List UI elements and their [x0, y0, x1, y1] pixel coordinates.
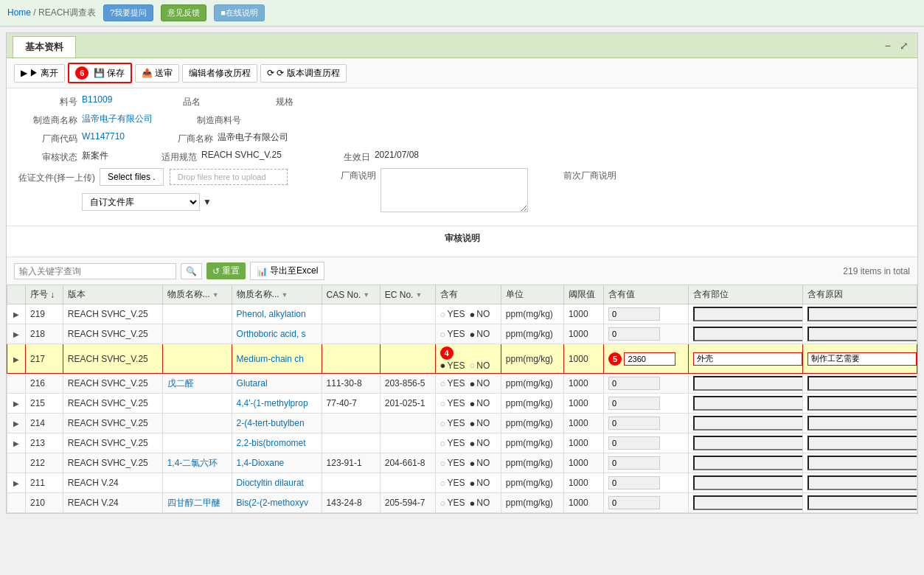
- contain-part-cell[interactable]: [689, 394, 803, 414]
- contain-reason-cell[interactable]: [803, 453, 917, 473]
- radio-no[interactable]: ●: [469, 309, 475, 320]
- expand-btn[interactable]: ▶: [12, 355, 21, 363]
- col-substance-cn[interactable]: 物质名称... ▼: [162, 285, 232, 304]
- tab-basic-info[interactable]: 基本资料: [13, 36, 76, 58]
- contain-reason-cell[interactable]: [803, 493, 917, 513]
- contain-part-input[interactable]: [693, 327, 802, 341]
- contain-part-input[interactable]: [693, 456, 802, 470]
- radio-no[interactable]: ●: [469, 418, 475, 429]
- yes-no-selector[interactable]: ○YES ●NO: [440, 438, 496, 449]
- col-substance-en[interactable]: 物质名称... ▼: [232, 285, 322, 304]
- ask-question-btn[interactable]: ?我要提问: [103, 4, 153, 21]
- vendor-note-textarea[interactable]: [381, 168, 528, 212]
- contain-reason-input[interactable]: [807, 327, 917, 341]
- yes-no-selector[interactable]: ●YES ○NO: [440, 360, 496, 371]
- contains-cell[interactable]: ○YES ●NO: [435, 414, 501, 433]
- contain-value-input[interactable]: [624, 352, 675, 366]
- contain-reason-input[interactable]: [807, 396, 917, 411]
- radio-no[interactable]: ●: [469, 438, 475, 449]
- contain-value-input[interactable]: [608, 307, 660, 321]
- contain-part-cell[interactable]: [689, 493, 803, 513]
- feedback-btn[interactable]: 意见反馈: [161, 4, 206, 21]
- radio-yes[interactable]: ○: [440, 498, 446, 509]
- contain-value-cell[interactable]: [604, 473, 689, 493]
- contain-reason-cell[interactable]: [803, 394, 917, 414]
- yes-no-selector[interactable]: ○YES ●NO: [440, 378, 496, 389]
- contain-part-cell[interactable]: [689, 414, 803, 433]
- yes-no-selector[interactable]: ○YES ●NO: [440, 329, 496, 340]
- contains-cell[interactable]: ○YES ●NO: [435, 473, 501, 493]
- radio-yes[interactable]: ○: [440, 309, 446, 320]
- contain-reason-cell[interactable]: [803, 473, 917, 493]
- contain-value-input[interactable]: [608, 377, 660, 390]
- contain-value-input[interactable]: [608, 476, 660, 489]
- submit-btn[interactable]: 📤 送审: [135, 64, 179, 83]
- contain-value-input[interactable]: [608, 327, 660, 341]
- contain-value-cell[interactable]: [604, 433, 689, 453]
- select-files-btn[interactable]: Select files .: [100, 168, 164, 186]
- file-library-dropdown[interactable]: 自订文件库: [82, 193, 200, 211]
- expand-btn[interactable]: ▶: [12, 419, 21, 428]
- contain-reason-cell[interactable]: [803, 344, 917, 374]
- contain-value-cell[interactable]: [604, 374, 689, 394]
- col-seq[interactable]: 序号 ↓: [26, 285, 63, 304]
- contain-reason-input[interactable]: [807, 352, 917, 366]
- radio-yes[interactable]: ○: [440, 329, 446, 340]
- contain-value-input[interactable]: [608, 397, 660, 410]
- filter-en-icon[interactable]: ▼: [282, 291, 288, 299]
- filter-ec-icon[interactable]: ▼: [415, 291, 422, 299]
- contains-cell[interactable]: ○YES ●NO: [435, 324, 501, 344]
- maximize-btn[interactable]: ⤢: [897, 38, 911, 53]
- col-ec[interactable]: EC No. ▼: [380, 285, 435, 304]
- radio-no[interactable]: ●: [469, 458, 475, 469]
- contain-value-input[interactable]: [608, 456, 660, 470]
- expand-btn[interactable]: ▶: [12, 439, 21, 447]
- yes-no-selector[interactable]: ○YES ●NO: [440, 458, 496, 469]
- contain-value-cell[interactable]: 5: [604, 344, 689, 374]
- radio-yes[interactable]: ○: [440, 438, 446, 449]
- contains-cell[interactable]: ○YES ●NO: [435, 433, 501, 453]
- contains-cell[interactable]: ○YES ●NO: [435, 453, 501, 473]
- minimize-btn[interactable]: −: [882, 38, 894, 53]
- expand-cell[interactable]: ▶: [7, 324, 26, 344]
- radio-yes[interactable]: ○: [440, 458, 446, 469]
- radio-yes[interactable]: ○: [440, 378, 446, 389]
- contain-reason-input[interactable]: [807, 475, 917, 490]
- contain-reason-cell[interactable]: [803, 374, 917, 394]
- radio-yes[interactable]: ○: [440, 418, 446, 429]
- version-history-btn[interactable]: ⟳ ⟳ 版本调查历程: [260, 64, 346, 83]
- contain-part-cell[interactable]: [689, 374, 803, 394]
- contain-value-cell[interactable]: [604, 394, 689, 414]
- radio-no[interactable]: ●: [469, 329, 475, 340]
- contain-reason-cell[interactable]: [803, 324, 917, 344]
- yes-no-selector[interactable]: ○YES ●NO: [440, 478, 496, 489]
- contain-value-input[interactable]: [608, 436, 660, 450]
- contain-reason-cell[interactable]: [803, 304, 917, 324]
- expand-cell[interactable]: ▶: [7, 304, 26, 324]
- contain-value-input[interactable]: [608, 417, 660, 430]
- radio-no[interactable]: ●: [469, 398, 475, 409]
- contain-part-cell[interactable]: [689, 453, 803, 473]
- contain-part-cell[interactable]: [689, 473, 803, 493]
- expand-cell[interactable]: ▶: [7, 414, 26, 433]
- expand-btn[interactable]: ▶: [12, 330, 21, 338]
- contain-reason-input[interactable]: [807, 307, 917, 321]
- breadcrumb-home[interactable]: Home: [7, 7, 31, 18]
- contain-value-cell[interactable]: [604, 414, 689, 433]
- filter-cn-icon[interactable]: ▼: [212, 291, 219, 299]
- save-btn[interactable]: 6 💾 保存: [68, 63, 132, 83]
- contain-part-input[interactable]: [693, 396, 802, 411]
- contains-cell[interactable]: ○YES ●NO: [435, 493, 501, 513]
- yes-no-selector[interactable]: ○YES ●NO: [440, 309, 496, 320]
- expand-btn[interactable]: ▶: [12, 479, 21, 487]
- radio-no[interactable]: ●: [469, 378, 475, 389]
- export-btn[interactable]: 📊 导出至Excel: [250, 262, 324, 280]
- contain-reason-input[interactable]: [807, 416, 917, 431]
- radio-no[interactable]: ●: [469, 498, 475, 509]
- contain-part-input[interactable]: [693, 436, 802, 450]
- radio-yes[interactable]: ○: [440, 478, 446, 489]
- close-btn[interactable]: ▶ ▶ 离开: [14, 64, 65, 83]
- contain-reason-cell[interactable]: [803, 433, 917, 453]
- expand-btn[interactable]: ▶: [12, 400, 21, 408]
- contain-part-cell[interactable]: [689, 433, 803, 453]
